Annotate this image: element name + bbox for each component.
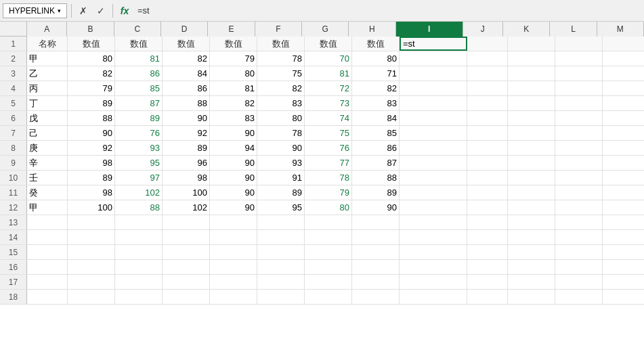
- cell-i11[interactable]: [400, 185, 467, 200]
- cell-b4[interactable]: 79: [68, 81, 115, 95]
- cell-l13[interactable]: [555, 215, 603, 229]
- cell-d17[interactable]: [163, 275, 210, 289]
- cell-j2[interactable]: [467, 51, 508, 66]
- cell-g18[interactable]: [305, 290, 352, 304]
- cell-l18[interactable]: [555, 290, 603, 304]
- cell-g8[interactable]: 76: [305, 141, 352, 155]
- cell-a11[interactable]: 癸: [27, 185, 68, 200]
- cell-c7[interactable]: 76: [115, 126, 163, 140]
- cell-a12[interactable]: 甲: [27, 200, 68, 215]
- cell-b10[interactable]: 89: [68, 171, 115, 185]
- cell-m6[interactable]: [603, 111, 644, 125]
- cell-l16[interactable]: [555, 260, 603, 274]
- cell-m17[interactable]: [603, 275, 644, 289]
- cell-e7[interactable]: 90: [210, 126, 257, 140]
- cell-j17[interactable]: [467, 275, 508, 289]
- cell-f1[interactable]: 数值: [257, 37, 305, 51]
- cell-m16[interactable]: [603, 260, 644, 274]
- cell-e11[interactable]: 90: [210, 185, 257, 200]
- cell-j9[interactable]: [467, 156, 508, 170]
- cell-i16[interactable]: [400, 260, 467, 274]
- cell-l2[interactable]: [555, 51, 603, 66]
- cell-a3[interactable]: 乙: [27, 66, 68, 81]
- cell-f2[interactable]: 78: [257, 51, 305, 66]
- cell-m14[interactable]: [603, 230, 644, 244]
- cell-a16[interactable]: [27, 260, 68, 274]
- hyperlink-button[interactable]: HYPERLINK ▾: [3, 3, 67, 18]
- cell-b8[interactable]: 92: [68, 141, 115, 155]
- cell-h2[interactable]: 80: [352, 51, 400, 66]
- cell-c18[interactable]: [115, 290, 163, 304]
- cell-g17[interactable]: [305, 275, 352, 289]
- cell-b13[interactable]: [68, 215, 115, 229]
- cell-d15[interactable]: [163, 245, 210, 259]
- cell-a7[interactable]: 己: [27, 126, 68, 140]
- cell-a15[interactable]: [27, 245, 68, 259]
- cell-i3[interactable]: [400, 66, 467, 81]
- cell-k17[interactable]: [508, 275, 555, 289]
- cell-f5[interactable]: 83: [257, 96, 305, 110]
- cell-m13[interactable]: [603, 215, 644, 229]
- cell-f16[interactable]: [257, 260, 305, 274]
- cell-l12[interactable]: [555, 200, 603, 215]
- cell-j8[interactable]: [467, 141, 508, 155]
- cell-a1[interactable]: 名称: [27, 37, 68, 51]
- cell-l11[interactable]: [555, 185, 603, 200]
- cell-b18[interactable]: [68, 290, 115, 304]
- cell-g5[interactable]: 73: [305, 96, 352, 110]
- cell-b16[interactable]: [68, 260, 115, 274]
- cell-j3[interactable]: [467, 66, 508, 81]
- cell-e12[interactable]: 90: [210, 200, 257, 215]
- cell-c5[interactable]: 87: [115, 96, 163, 110]
- cell-g12[interactable]: 80: [305, 200, 352, 215]
- cell-k2[interactable]: [508, 51, 555, 66]
- cell-m15[interactable]: [603, 245, 644, 259]
- cell-j4[interactable]: [467, 81, 508, 95]
- cell-b17[interactable]: [68, 275, 115, 289]
- cell-k5[interactable]: [508, 96, 555, 110]
- cell-b1[interactable]: 数值: [68, 37, 115, 51]
- cell-d2[interactable]: 82: [163, 51, 210, 66]
- cell-h14[interactable]: [352, 230, 400, 244]
- cell-c3[interactable]: 86: [115, 66, 163, 81]
- cell-c17[interactable]: [115, 275, 163, 289]
- cell-e14[interactable]: [210, 230, 257, 244]
- cell-m5[interactable]: [603, 96, 644, 110]
- cell-e6[interactable]: 83: [210, 111, 257, 125]
- cell-h11[interactable]: 89: [352, 185, 400, 200]
- cell-k13[interactable]: [508, 215, 555, 229]
- cell-i13[interactable]: [400, 215, 467, 229]
- cell-m12[interactable]: [603, 200, 644, 215]
- cell-j14[interactable]: [467, 230, 508, 244]
- cell-k7[interactable]: [508, 126, 555, 140]
- cell-d5[interactable]: 88: [163, 96, 210, 110]
- cell-m3[interactable]: [603, 66, 644, 81]
- cell-l10[interactable]: [555, 171, 603, 185]
- cell-c8[interactable]: 93: [115, 141, 163, 155]
- cell-e1[interactable]: 数值: [210, 37, 257, 51]
- cell-i7[interactable]: [400, 126, 467, 140]
- cell-d8[interactable]: 89: [163, 141, 210, 155]
- cell-h18[interactable]: [352, 290, 400, 304]
- cell-h12[interactable]: 90: [352, 200, 400, 215]
- cell-l17[interactable]: [555, 275, 603, 289]
- cell-d9[interactable]: 96: [163, 156, 210, 170]
- cell-l6[interactable]: [555, 111, 603, 125]
- cell-g13[interactable]: [305, 215, 352, 229]
- cell-k11[interactable]: [508, 185, 555, 200]
- cell-i17[interactable]: [400, 275, 467, 289]
- cell-m18[interactable]: [603, 290, 644, 304]
- cell-k6[interactable]: [508, 111, 555, 125]
- cell-d12[interactable]: 102: [163, 200, 210, 215]
- cell-g11[interactable]: 79: [305, 185, 352, 200]
- cell-f10[interactable]: 91: [257, 171, 305, 185]
- cell-b5[interactable]: 89: [68, 96, 115, 110]
- confirm-button[interactable]: ✓: [93, 3, 108, 18]
- cell-b15[interactable]: [68, 245, 115, 259]
- cell-a4[interactable]: 丙: [27, 81, 68, 95]
- cell-f7[interactable]: 78: [257, 126, 305, 140]
- cell-l15[interactable]: [555, 245, 603, 259]
- cell-k18[interactable]: [508, 290, 555, 304]
- cell-l7[interactable]: [555, 126, 603, 140]
- cell-i18[interactable]: [400, 290, 467, 304]
